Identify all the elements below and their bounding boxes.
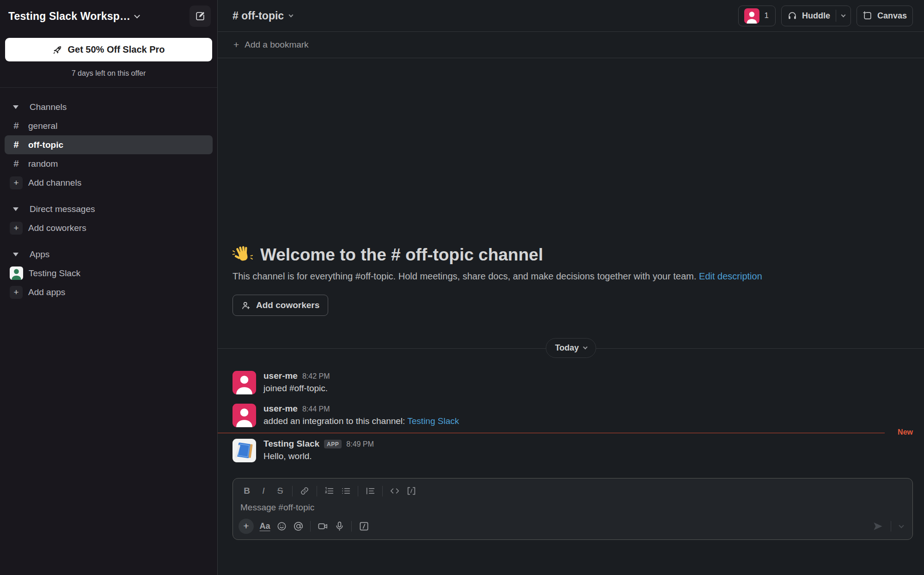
send-icon[interactable] — [869, 518, 887, 534]
new-label: New — [898, 428, 913, 436]
divider — [351, 521, 352, 532]
chevron-down-icon[interactable] — [841, 12, 846, 17]
workspace-name: Testing Slack Worksp… — [8, 10, 130, 23]
video-icon[interactable] — [314, 518, 331, 534]
member-count-button[interactable]: 1 — [738, 6, 775, 26]
new-messages-divider: New — [218, 433, 924, 433]
channel-header: # off-topic 1 — [218, 0, 924, 32]
divider — [310, 521, 311, 532]
message-row[interactable]: user-me 8:44 PM added an integration to … — [218, 399, 924, 432]
channel-intro: Welcome to the # off-topic channel This … — [218, 245, 924, 316]
add-coworkers-label: Add coworkers — [28, 223, 86, 233]
message-sender[interactable]: user-me — [263, 404, 298, 414]
canvas-button[interactable]: Canvas — [857, 6, 913, 26]
code-icon[interactable] — [386, 483, 403, 499]
bullet-list-icon[interactable] — [337, 483, 354, 499]
apps-section-header[interactable]: Apps — [0, 245, 217, 264]
mic-icon[interactable] — [331, 518, 348, 534]
add-coworkers-sidebar-button[interactable]: + Add coworkers — [0, 218, 217, 237]
message-row[interactable]: Testing Slack APP 8:49 PM Hello, world. — [218, 434, 924, 467]
emoji-icon[interactable] — [273, 518, 290, 534]
huddle-button[interactable]: Huddle — [781, 6, 851, 26]
hash-icon: # — [12, 139, 21, 150]
member-count: 1 — [764, 11, 769, 20]
send-options-chevron-icon[interactable] — [899, 523, 904, 528]
slack-app-window: Testing Slack Worksp… — [0, 0, 924, 575]
message-composer: B I S — [233, 478, 913, 540]
sidebar-item-testing-slack-app[interactable]: Testing Slack — [0, 264, 217, 283]
mention-icon[interactable] — [290, 518, 306, 534]
message-text-prefix: added an integration to this channel: — [263, 416, 407, 426]
avatar[interactable] — [233, 404, 256, 427]
avatar[interactable] — [233, 371, 256, 394]
bold-button[interactable]: B — [239, 483, 255, 499]
canvas-icon — [863, 11, 873, 21]
app-avatar[interactable] — [233, 439, 256, 462]
message-timestamp[interactable]: 8:44 PM — [302, 405, 330, 413]
triangle-down-icon — [13, 105, 18, 109]
channels-section-header[interactable]: Channels — [0, 97, 217, 116]
message-row[interactable]: user-me 8:42 PM joined #off-topic. — [218, 366, 924, 399]
message-list: user-me 8:42 PM joined #off-topic. — [218, 366, 924, 467]
message-timestamp[interactable]: 8:49 PM — [346, 440, 374, 448]
divider — [317, 486, 317, 496]
rocket-icon — [52, 45, 62, 55]
message-scroll-area[interactable]: Welcome to the # off-topic channel This … — [218, 58, 924, 575]
strikethrough-button[interactable]: S — [272, 483, 288, 499]
offer-button-label: Get 50% Off Slack Pro — [67, 44, 165, 55]
add-bookmark-label: Add a bookmark — [245, 40, 308, 50]
channel-intro-title: Welcome to the # off-topic channel — [233, 245, 909, 265]
date-divider: Today — [218, 338, 924, 358]
new-message-button[interactable] — [190, 6, 211, 27]
sidebar-item-random[interactable]: # random — [0, 154, 217, 173]
hash-icon: # — [12, 121, 21, 131]
code-block-icon[interactable] — [403, 483, 420, 499]
today-label: Today — [555, 343, 579, 353]
integration-link[interactable]: Testing Slack — [407, 416, 459, 426]
link-icon[interactable] — [296, 483, 313, 499]
attach-plus-button[interactable]: + — [239, 519, 254, 534]
sidebar-item-general[interactable]: # general — [0, 116, 217, 135]
dm-section-header[interactable]: Direct messages — [0, 200, 217, 218]
add-channels-button[interactable]: + Add channels — [0, 173, 217, 192]
person-add-icon — [241, 301, 251, 310]
edit-description-link[interactable]: Edit description — [699, 271, 762, 281]
divider — [382, 486, 383, 496]
message-timestamp[interactable]: 8:42 PM — [302, 372, 330, 381]
ordered-list-icon[interactable] — [321, 483, 337, 499]
sidebar-item-off-topic[interactable]: # off-topic — [5, 135, 213, 154]
chevron-down-icon — [583, 345, 587, 350]
message-sender[interactable]: Testing Slack — [263, 439, 319, 449]
plus-icon: + — [233, 39, 239, 50]
message-input[interactable]: Message #off-topic — [233, 500, 912, 517]
message-sender[interactable]: user-me — [263, 371, 298, 381]
description-text: This channel is for everything #off-topi… — [233, 271, 699, 281]
channel-label: general — [28, 121, 57, 131]
slack-pro-offer-button[interactable]: Get 50% Off Slack Pro — [5, 38, 212, 61]
add-coworkers-button[interactable]: Add coworkers — [233, 295, 328, 316]
canvas-label: Canvas — [877, 11, 907, 21]
divider — [836, 10, 836, 22]
add-bookmark-button[interactable]: + Add a bookmark — [218, 32, 924, 58]
channel-description: This channel is for everything #off-topi… — [233, 271, 909, 282]
add-coworkers-button-label: Add coworkers — [256, 300, 319, 310]
add-apps-button[interactable]: + Add apps — [0, 283, 217, 302]
channel-label: random — [28, 159, 58, 169]
channels-section-label: Channels — [30, 102, 67, 112]
slash-command-icon[interactable] — [355, 518, 372, 534]
workspace-switcher[interactable]: Testing Slack Worksp… — [8, 10, 139, 23]
channel-title-button[interactable]: # off-topic — [233, 10, 293, 22]
divider — [292, 486, 293, 496]
divider — [358, 486, 358, 496]
message-input-placeholder: Message #off-topic — [240, 502, 314, 512]
sidebar: Testing Slack Worksp… — [0, 0, 218, 575]
sidebar-nav: Channels # general # off-topic # random … — [0, 88, 217, 302]
add-channels-label: Add channels — [28, 178, 81, 188]
today-dropdown[interactable]: Today — [546, 338, 596, 358]
blockquote-icon[interactable] — [362, 483, 379, 499]
dm-section-label: Direct messages — [30, 204, 95, 214]
italic-button[interactable]: I — [255, 483, 272, 499]
huddle-label: Huddle — [802, 11, 830, 21]
format-toggle-button[interactable]: Aa — [257, 518, 273, 534]
formatting-toolbar: B I S — [233, 478, 912, 500]
